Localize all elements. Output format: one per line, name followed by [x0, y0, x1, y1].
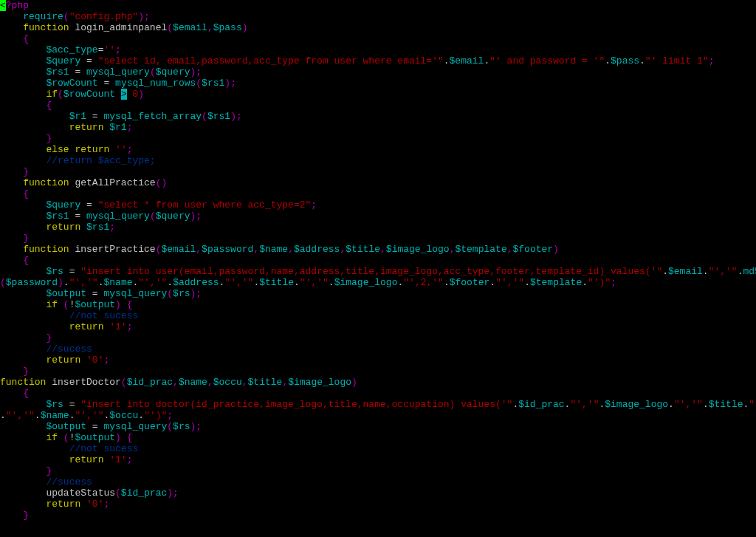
var-output: $output — [46, 288, 86, 299]
return-empty: '' — [115, 144, 127, 155]
concat-name: $name — [103, 277, 132, 288]
call-mysql-query: mysql_query — [103, 421, 167, 432]
return-keyword: return — [69, 454, 104, 465]
return-keyword: return — [46, 499, 80, 510]
cond-output: $output — [75, 432, 115, 443]
sql-sep: "','" — [75, 410, 103, 421]
concat-image-logo: $image_logo — [334, 277, 398, 288]
concat-image-logo: $image_logo — [605, 399, 668, 410]
return-one: '1' — [109, 321, 126, 332]
param-password: $password — [202, 244, 253, 255]
sql-sep: "','" — [749, 399, 756, 410]
param-occu: $occu — [213, 377, 242, 388]
param-image-logo: $image_logo — [386, 244, 450, 255]
empty-string: '' — [103, 44, 115, 55]
arg-query: $query — [156, 211, 190, 222]
comment-return-acc-type: //return $acc_type; — [46, 155, 155, 166]
function-keyword: function — [23, 177, 69, 188]
concat-pass: $pass — [611, 55, 639, 66]
call-mysql-num-rows: mysql_num_rows — [115, 78, 196, 89]
return-keyword: return — [69, 122, 104, 133]
arg-rs: $rs — [173, 288, 190, 299]
comment-sucess: //sucess — [46, 476, 92, 488]
arg-rs1: $rs1 — [202, 78, 224, 89]
return-zero: '0' — [86, 499, 103, 510]
sql-select-login: "select id, email,password,acc_type from… — [98, 55, 444, 66]
cursor-compare: > — [121, 89, 127, 100]
return-r1: $r1 — [109, 122, 126, 133]
return-zero: '0' — [86, 355, 103, 366]
if-keyword: if — [46, 89, 58, 100]
function-insertpractice: insertPractice — [75, 244, 155, 255]
concat-title: $title — [259, 277, 294, 288]
cond-output: $output — [75, 299, 115, 310]
php-open-tag: ?php — [6, 0, 29, 11]
return-keyword: return — [75, 144, 109, 155]
arg-password: $password — [6, 277, 58, 288]
sql-sep: "','" — [709, 266, 738, 277]
sql-sep: "','" — [300, 277, 329, 288]
call-mysql-query: mysql_query — [86, 66, 150, 78]
if-keyword: if — [46, 299, 58, 310]
concat-template: $template — [530, 277, 582, 288]
sql-sep: "','" — [224, 277, 253, 288]
sql-sep: "','" — [570, 399, 599, 410]
sql-frag: "' limit 1" — [645, 55, 709, 66]
arg-query: $query — [156, 66, 190, 78]
arg-id-prac: $id_prac — [121, 488, 167, 499]
param-address: $address — [294, 244, 340, 255]
sql-mid: "',2,'" — [403, 277, 444, 288]
if-keyword: if — [46, 432, 58, 443]
var-acc-type: $acc_type — [46, 44, 97, 55]
sql-sep: "','" — [674, 399, 703, 410]
code-editor[interactable]: <?php require("config.php"); function lo… — [0, 0, 756, 521]
var-rs: $rs — [46, 266, 63, 277]
sql-insert-user: "insert into user(email,password,name,ad… — [80, 266, 662, 277]
return-keyword: return — [46, 355, 80, 366]
call-mysql-query: mysql_query — [86, 211, 150, 222]
sql-sep: "','" — [138, 277, 167, 288]
call-mysql-fetch-array: mysql_fetch_array — [103, 111, 202, 122]
concat-footer: $footer — [450, 277, 490, 288]
cond-rowcount: $rowCount — [63, 89, 115, 100]
return-keyword: return — [69, 321, 104, 332]
concat-address: $address — [173, 277, 219, 288]
param-footer: $footer — [513, 244, 554, 255]
return-keyword: return — [46, 222, 80, 233]
var-rs1: $rs1 — [46, 66, 69, 78]
function-insertdoctor: insertDoctor — [52, 377, 121, 388]
require-keyword: require — [23, 11, 63, 22]
return-one: '1' — [109, 454, 126, 465]
sql-sep: "','" — [69, 277, 98, 288]
var-r1: $r1 — [69, 111, 86, 122]
concat-id-prac: $id_prac — [518, 399, 564, 410]
concat-occu: $occu — [109, 410, 138, 421]
param-email: $email — [173, 22, 207, 33]
function-keyword: function — [23, 22, 69, 33]
config-string: "config.php" — [69, 11, 139, 22]
call-md5: md5 — [743, 266, 756, 277]
arg-rs1: $rs1 — [207, 111, 230, 122]
param-id-prac: $id_prac — [127, 377, 173, 388]
comment-not-sucess: //not sucess — [69, 310, 139, 321]
else-keyword: else — [46, 144, 69, 155]
return-rs1: $rs1 — [86, 222, 109, 233]
var-query: $query — [46, 55, 80, 66]
function-keyword: function — [23, 244, 69, 255]
param-email: $email — [161, 244, 196, 255]
comment-not-sucess: //not sucess — [69, 443, 139, 454]
sql-frag: "' and password = '" — [489, 55, 605, 66]
param-name: $name — [179, 377, 207, 388]
var-query: $query — [46, 199, 80, 211]
sql-end: "')" — [144, 410, 167, 421]
sql-select-practice: "select * from user where acc_type=2" — [98, 199, 312, 211]
sql-insert-doctor: "insert into doctor(id_practice,image_lo… — [80, 399, 512, 410]
arg-rs: $rs — [173, 421, 190, 432]
var-output: $output — [46, 421, 86, 432]
var-rowcount: $rowCount — [46, 78, 97, 89]
param-title: $title — [346, 244, 380, 255]
function-login-adminpanel: login_adminpanel — [75, 22, 167, 33]
concat-name: $name — [41, 410, 69, 421]
param-pass: $pass — [213, 22, 242, 33]
call-updatestatus: updateStatus — [46, 488, 115, 499]
